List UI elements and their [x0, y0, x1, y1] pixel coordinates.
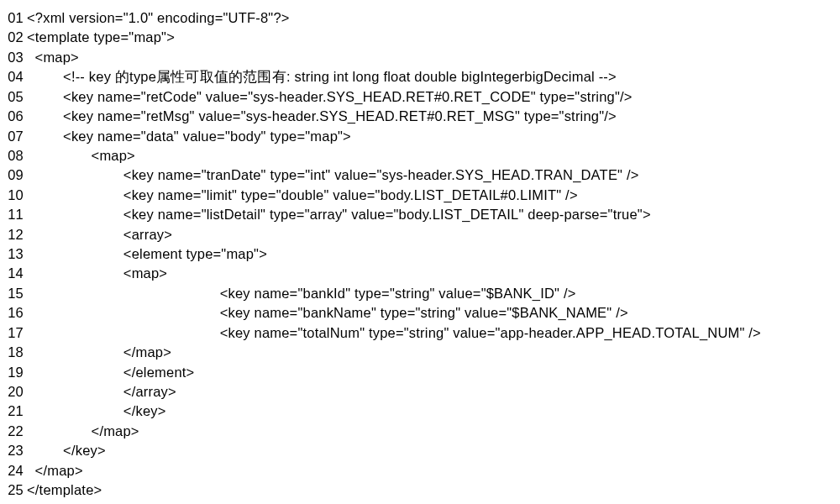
code-text: </map>	[27, 461, 832, 480]
code-line: 20 </array>	[3, 382, 832, 402]
code-text: <key name="totalNum" type="string" value…	[27, 323, 832, 343]
code-line: 25</template>	[3, 480, 832, 500]
code-line: 18 </map>	[3, 343, 832, 362]
code-line: 07 <key name="data" value="body" type="m…	[3, 127, 832, 146]
code-line: 16 <key name="bankName" type="string" va…	[3, 303, 832, 323]
code-line: 06 <key name="retMsg" value="sys-header.…	[3, 107, 832, 126]
line-number: 12	[3, 225, 27, 244]
line-number: 02	[3, 28, 27, 47]
line-number: 04	[3, 67, 27, 87]
code-text: <key name="data" value="body" type="map"…	[27, 127, 832, 146]
code-line: 13 <element type="map">	[3, 244, 832, 264]
code-line: 08 <map>	[3, 146, 832, 165]
code-text: <template type="map">	[27, 28, 832, 47]
code-text: </key>	[27, 402, 832, 421]
code-line: 21 </key>	[3, 402, 832, 421]
line-number: 22	[3, 422, 27, 441]
code-text: </map>	[27, 422, 832, 441]
line-number: 14	[3, 264, 27, 283]
code-line: 01<?xml version="1.0" encoding="UTF-8"?>	[3, 8, 832, 28]
code-line: 10 <key name="limit" type="double" value…	[3, 186, 832, 205]
line-number: 08	[3, 146, 27, 165]
line-number: 05	[3, 87, 27, 107]
xml-code-block: 01<?xml version="1.0" encoding="UTF-8"?>…	[0, 0, 840, 504]
line-number: 25	[3, 480, 27, 500]
code-text: <key name="retMsg" value="sys-header.SYS…	[27, 107, 832, 126]
line-number: 07	[3, 127, 27, 146]
code-text: </array>	[27, 382, 832, 402]
code-line: 19 </element>	[3, 363, 832, 382]
code-text: </key>	[27, 441, 832, 460]
code-line: 03 <map>	[3, 48, 832, 67]
line-number: 17	[3, 323, 27, 343]
line-number: 13	[3, 244, 27, 264]
code-line: 04 <!-- key 的type属性可取值的范围有: string int l…	[3, 67, 832, 87]
code-line: 11 <key name="listDetail" type="array" v…	[3, 205, 832, 224]
line-number: 11	[3, 205, 27, 224]
code-line: 22 </map>	[3, 422, 832, 441]
code-text: </element>	[27, 363, 832, 382]
line-number: 09	[3, 165, 27, 185]
code-line: 09 <key name="tranDate" type="int" value…	[3, 165, 832, 185]
code-text: </map>	[27, 343, 832, 362]
code-text: <key name="bankId" type="string" value="…	[27, 284, 832, 303]
line-number: 03	[3, 48, 27, 67]
line-number: 16	[3, 303, 27, 323]
code-line: 12 <array>	[3, 225, 832, 244]
code-text: <key name="limit" type="double" value="b…	[27, 186, 832, 205]
code-line: 23 </key>	[3, 441, 832, 460]
code-line: 05 <key name="retCode" value="sys-header…	[3, 87, 832, 107]
code-text: </template>	[27, 480, 832, 500]
code-text: <key name="bankName" type="string" value…	[27, 303, 832, 323]
line-number: 01	[3, 8, 27, 28]
line-number: 15	[3, 284, 27, 303]
code-text: <array>	[27, 225, 832, 244]
code-line: 15 <key name="bankId" type="string" valu…	[3, 284, 832, 303]
code-line: 17 <key name="totalNum" type="string" va…	[3, 323, 832, 343]
code-line: 02<template type="map">	[3, 28, 832, 47]
code-text: <map>	[27, 146, 832, 165]
code-text: <element type="map">	[27, 244, 832, 264]
code-line: 24 </map>	[3, 461, 832, 480]
code-text: <!-- key 的type属性可取值的范围有: string int long…	[27, 67, 832, 87]
line-number: 18	[3, 343, 27, 362]
code-text: <key name="retCode" value="sys-header.SY…	[27, 87, 832, 107]
code-text: <map>	[27, 264, 832, 283]
code-text: <map>	[27, 48, 832, 67]
line-number: 24	[3, 461, 27, 480]
line-number: 20	[3, 382, 27, 402]
line-number: 21	[3, 402, 27, 421]
code-text: <key name="tranDate" type="int" value="s…	[27, 165, 832, 185]
code-line: 14 <map>	[3, 264, 832, 283]
line-number: 23	[3, 441, 27, 460]
line-number: 19	[3, 363, 27, 382]
code-text: <?xml version="1.0" encoding="UTF-8"?>	[27, 8, 832, 28]
code-text: <key name="listDetail" type="array" valu…	[27, 205, 832, 224]
line-number: 06	[3, 107, 27, 126]
line-number: 10	[3, 186, 27, 205]
